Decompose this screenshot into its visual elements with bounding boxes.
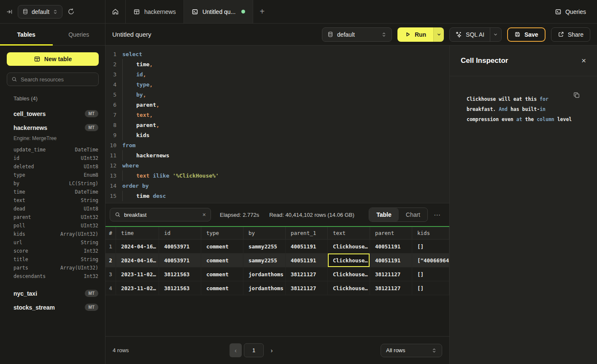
tab-untitled-query[interactable]: Untitled qu... xyxy=(184,0,254,23)
engine-label: Engine: MergeTree xyxy=(14,135,98,141)
table-cell[interactable]: [] xyxy=(412,281,449,295)
sidebar-table-cell-towers[interactable]: cell_towers MT xyxy=(14,107,98,121)
topbar-database-select[interactable]: default xyxy=(18,5,62,19)
sidebar-table-stocks-stream[interactable]: stocks_stream MT xyxy=(14,300,98,314)
table-cell[interactable]: 40051191 xyxy=(286,240,328,253)
table-cell[interactable]: jordanthoms xyxy=(243,267,286,281)
table-cell[interactable]: jordanthoms xyxy=(243,281,286,295)
table-row[interactable]: 12024-04-16…40053971commentsammy22554005… xyxy=(105,240,449,253)
table-cell[interactable]: 40051191 xyxy=(286,253,328,267)
tables-section: Tables (4) cell_towers MT hackernews MT … xyxy=(7,95,98,314)
table-cell[interactable]: Clickhouse… xyxy=(328,253,370,267)
column-header[interactable]: by xyxy=(243,227,286,239)
table-cell[interactable]: 38121127 xyxy=(286,267,328,281)
save-button[interactable]: Save xyxy=(507,27,546,42)
refresh-icon[interactable] xyxy=(68,8,75,15)
sidebar-table-hackernews[interactable]: hackernews MT xyxy=(14,121,98,135)
view-tab-chart[interactable]: Chart xyxy=(399,208,427,221)
column-list: update_timeDateTimeidUInt32deletedUInt8t… xyxy=(14,146,98,280)
column-header[interactable]: kids xyxy=(412,227,449,239)
table-cell[interactable]: comment xyxy=(201,267,243,281)
run-options-dropdown[interactable] xyxy=(433,27,444,42)
resource-search-input[interactable] xyxy=(21,76,95,83)
table-cell[interactable]: 40053971 xyxy=(159,253,201,267)
page-size-select[interactable]: All rows xyxy=(381,344,442,357)
table-cell[interactable]: comment xyxy=(201,253,243,267)
copy-icon[interactable] xyxy=(573,92,580,99)
tab-home[interactable] xyxy=(105,0,126,23)
table-cell[interactable]: sammy2255 xyxy=(243,253,286,267)
new-table-button[interactable]: New table xyxy=(7,52,99,66)
table-cell[interactable]: [] xyxy=(412,240,449,253)
database-icon xyxy=(327,31,333,38)
tab-hackernews[interactable]: hackernews xyxy=(126,0,184,23)
column-row: kidsArray(UInt32) xyxy=(14,230,98,238)
table-cell[interactable]: 38121563 xyxy=(159,281,201,295)
column-header[interactable]: parent_1 xyxy=(286,227,328,239)
column-row: partsArray(UInt32) xyxy=(14,264,98,272)
table-row[interactable]: 22024-04-16…40053971commentsammy22554005… xyxy=(105,253,449,267)
table-cell[interactable]: Clickhouse… xyxy=(328,267,370,281)
new-tab-button[interactable]: + xyxy=(253,0,271,23)
table-cell[interactable]: Clickhouse… xyxy=(328,240,370,253)
next-page-button[interactable]: › xyxy=(266,343,278,357)
sidebar-table-nyc-taxi[interactable]: nyc_taxi MT xyxy=(14,286,98,300)
current-page-indicator[interactable]: 1 xyxy=(244,343,264,357)
more-options-icon[interactable]: ⋯ xyxy=(432,209,443,221)
table-cell[interactable]: 2024-04-16… xyxy=(116,240,159,253)
sidebar-tab-queries[interactable]: Queries xyxy=(53,24,105,45)
table-cell[interactable]: 38121127 xyxy=(286,281,328,295)
table-cell[interactable]: comment xyxy=(201,240,243,253)
tables-section-label: Tables (4) xyxy=(14,95,98,102)
column-row: byLC(String) xyxy=(14,179,98,188)
table-cell[interactable]: 40053971 xyxy=(159,240,201,253)
share-label: Share xyxy=(568,31,583,38)
sql-lines: 1select2time,3id,4type,5by,6parent,7text… xyxy=(105,49,449,201)
resource-search xyxy=(7,73,99,86)
sql-ai-button[interactable]: SQL AI xyxy=(450,31,490,38)
table-cell[interactable]: 2024-04-16… xyxy=(116,253,159,267)
table-cell[interactable]: 2023-11-02… xyxy=(116,267,159,281)
column-row: scoreInt32 xyxy=(14,247,98,255)
topbar-right: Queries xyxy=(555,0,597,23)
table-cell[interactable]: 40051191 xyxy=(370,253,412,267)
table-row[interactable]: 32023-11-02…38121563commentjordanthoms38… xyxy=(105,267,449,281)
results-footer: 4 rows ‹ 1 › All rows xyxy=(105,336,449,364)
home-icon xyxy=(112,8,119,15)
column-header[interactable]: text xyxy=(328,227,370,239)
sidebar-collapse-icon[interactable] xyxy=(6,8,13,15)
column-header[interactable]: type xyxy=(201,227,243,239)
table-cell[interactable]: Clickhouse… xyxy=(328,281,370,295)
table-cell[interactable]: 38121563 xyxy=(159,267,201,281)
table-cell[interactable]: [] xyxy=(412,267,449,281)
table-cell[interactable]: 38121127 xyxy=(370,281,412,295)
engine-badge: MT xyxy=(85,110,98,117)
table-cell[interactable]: 38121127 xyxy=(370,267,412,281)
sql-ai-dropdown[interactable] xyxy=(490,28,501,41)
queries-label: Queries xyxy=(565,8,586,15)
close-icon[interactable]: × xyxy=(581,56,586,65)
results-search-input[interactable] xyxy=(124,212,199,218)
table-cell[interactable]: comment xyxy=(201,281,243,295)
code-line: 15time desc xyxy=(105,191,449,201)
query-database-value: default xyxy=(337,31,378,38)
share-button[interactable]: Share xyxy=(551,27,590,42)
table-cell[interactable]: 40051191 xyxy=(370,240,412,253)
row-number: 3 xyxy=(105,267,116,281)
view-tab-table[interactable]: Table xyxy=(369,208,399,221)
sql-editor[interactable]: 1select2time,3id,4type,5by,6parent,7text… xyxy=(105,46,449,203)
column-header[interactable]: time xyxy=(116,227,159,239)
column-header[interactable]: id xyxy=(159,227,201,239)
clear-search-icon[interactable]: × xyxy=(203,211,206,218)
table-row[interactable]: 42023-11-02…38121563commentjordanthoms38… xyxy=(105,281,449,295)
table-cell[interactable]: ["40066964… xyxy=(412,253,449,267)
column-header[interactable]: # xyxy=(105,227,116,239)
sidebar-tab-tables[interactable]: Tables xyxy=(0,24,53,45)
query-database-select[interactable]: default xyxy=(322,27,392,42)
column-header[interactable]: parent xyxy=(370,227,412,239)
table-cell[interactable]: 2023-11-02… xyxy=(116,281,159,295)
queries-button[interactable]: Queries xyxy=(555,8,586,15)
table-cell[interactable]: sammy2255 xyxy=(243,240,286,253)
prev-page-button[interactable]: ‹ xyxy=(230,343,242,357)
run-button[interactable]: Run xyxy=(397,27,433,42)
